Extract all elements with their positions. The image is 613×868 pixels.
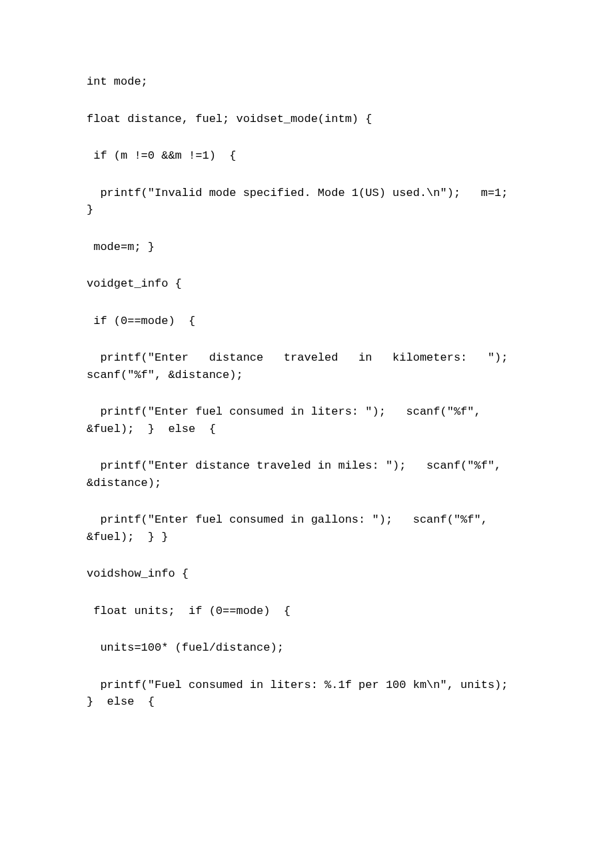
code-line: int mode; (87, 73, 526, 91)
code-line: float units; if (0==mode) { (87, 603, 526, 620)
code-line: if (0==mode) { (87, 313, 526, 330)
code-line: units=100* (fuel/distance); (87, 639, 526, 657)
code-line: printf("Enter distance traveled in kilom… (87, 349, 526, 383)
code-line: printf("Enter fuel consumed in liters: "… (87, 403, 526, 437)
code-line: mode=m; } (87, 239, 526, 256)
code-line: if (m !=0 &&m !=1) { (87, 147, 526, 165)
document-page: int mode; float distance, fuel; voidset_… (0, 0, 613, 868)
code-line: float distance, fuel; voidset_mode(intm)… (87, 111, 526, 128)
code-line: voidshow_info { (87, 565, 526, 583)
code-line: printf("Enter fuel consumed in gallons: … (87, 511, 526, 545)
code-line: printf("Fuel consumed in liters: %.1f pe… (87, 677, 526, 711)
code-line: printf("Enter distance traveled in miles… (87, 457, 526, 491)
code-line: voidget_info { (87, 275, 526, 293)
code-line: printf("Invalid mode specified. Mode 1(U… (87, 185, 526, 219)
